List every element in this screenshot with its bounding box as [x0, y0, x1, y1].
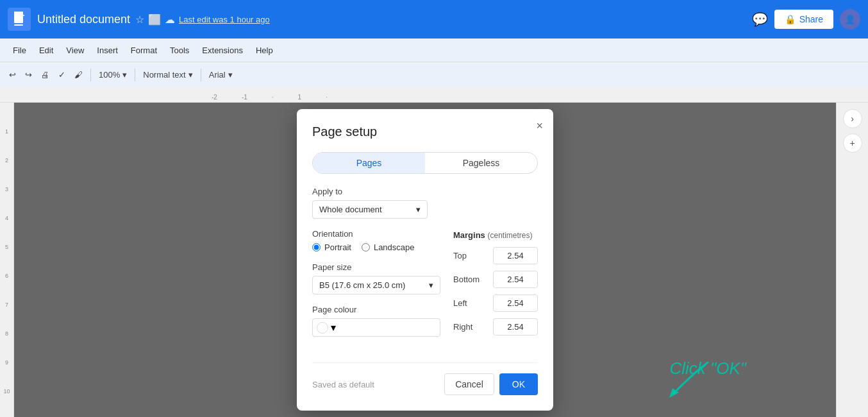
menu-view[interactable]: View: [61, 43, 89, 58]
annotation: Click "OK": [669, 359, 746, 379]
font-chevron: ▾: [228, 70, 233, 80]
margin-bottom-label: Bottom: [453, 275, 485, 284]
right-column: Margins (centimetres) Top Bottom: [453, 229, 538, 347]
top-right-actions: 💬 🔒 Share 👤: [752, 9, 860, 30]
ok-button[interactable]: OK: [499, 373, 538, 395]
font-dropdown[interactable]: Arial ▾: [205, 69, 237, 81]
orientation-label: Orientation: [312, 229, 440, 239]
page-setup-dialog: Page setup × Pages Pageless Apply to Who…: [297, 109, 553, 411]
redo-button[interactable]: ↪: [21, 67, 36, 82]
margin-top-input[interactable]: [493, 247, 538, 264]
toolbar: ↩ ↪ 🖨 ✓ 🖌 100% ▾ Normal text ▾ Arial ▾: [0, 62, 868, 87]
doc-icon: [8, 8, 31, 31]
style-chevron: ▾: [188, 70, 193, 80]
tab-pages[interactable]: Pages: [313, 153, 425, 173]
apply-to-value: Whole document: [319, 205, 382, 214]
right-sidebar: › +: [836, 103, 868, 417]
colour-swatch: [317, 322, 328, 334]
margins-title-text: Margins: [453, 230, 485, 240]
orientation-row: Portrait Landscape: [312, 243, 440, 252]
last-edit: Last edit was 1 hour ago: [179, 15, 270, 24]
margin-left-row: Left: [453, 294, 538, 312]
sidebar-add-button[interactable]: +: [843, 133, 862, 153]
landscape-option[interactable]: Landscape: [362, 243, 415, 252]
style-dropdown[interactable]: Normal text ▾: [139, 69, 196, 81]
zoom-chevron: ▾: [122, 70, 127, 80]
main-area: 1 2 3 4 5 6 7 8 9 10 Type Page setup × P…: [0, 103, 868, 417]
landscape-radio[interactable]: [362, 243, 370, 251]
cloud-icon[interactable]: ☁: [165, 13, 175, 26]
share-label: Share: [799, 14, 823, 24]
menu-extensions[interactable]: Extensions: [197, 43, 248, 58]
margin-right-row: Right: [453, 318, 538, 336]
paper-size-section: Paper size B5 (17.6 cm x 25.0 cm) ▾: [312, 262, 440, 294]
dialog-columns: Orientation Portrait Landscape: [312, 229, 538, 347]
svg-rect-1: [14, 24, 23, 26]
margins-section: Margins (centimetres) Top Bottom: [453, 229, 538, 336]
margin-left-label: Left: [453, 298, 485, 308]
zoom-dropdown[interactable]: 100% ▾: [95, 69, 131, 81]
paper-size-chevron: ▾: [429, 280, 433, 290]
portrait-option[interactable]: Portrait: [312, 243, 351, 252]
apply-to-dropdown[interactable]: Whole document ▾: [312, 200, 428, 219]
avatar[interactable]: 👤: [840, 9, 860, 30]
sep2: [135, 69, 135, 81]
spellcheck-button[interactable]: ✓: [54, 67, 69, 82]
paper-size-value: B5 (17.6 cm x 25.0 cm): [319, 280, 405, 290]
share-button[interactable]: 🔒 Share: [774, 10, 833, 29]
margin-right-input[interactable]: [493, 318, 538, 336]
margins-title: Margins (centimetres): [453, 230, 532, 240]
doc-area: Type Page setup × Pages Pageless Apply t…: [14, 103, 836, 417]
page-colour-section: Page colour ▾: [312, 305, 440, 337]
paper-size-dropdown[interactable]: B5 (17.6 cm x 25.0 cm) ▾: [312, 276, 440, 294]
print-button[interactable]: 🖨: [37, 67, 53, 82]
style-value: Normal text: [143, 70, 185, 80]
footer-buttons: Cancel OK: [444, 373, 538, 395]
sep1: [90, 69, 91, 81]
dialog-tabs: Pages Pageless: [312, 152, 538, 174]
comment-icon[interactable]: 💬: [752, 12, 768, 27]
menu-tools[interactable]: Tools: [165, 43, 194, 58]
tab-pageless[interactable]: Pageless: [425, 153, 537, 173]
page-colour-label: Page colour: [312, 305, 440, 314]
apply-to-section: Apply to Whole document ▾: [312, 187, 538, 219]
margin-left-input[interactable]: [493, 294, 538, 312]
star-icon[interactable]: ☆: [135, 13, 144, 26]
portrait-radio[interactable]: [312, 243, 321, 251]
dialog-close-button[interactable]: ×: [536, 119, 543, 133]
dialog-title: Page setup: [312, 124, 538, 139]
title-icons: ☆ ⬜ ☁ Last edit was 1 hour ago: [135, 13, 280, 26]
saved-as-default: Saved as default: [312, 380, 374, 389]
menu-help[interactable]: Help: [251, 43, 278, 58]
cancel-button[interactable]: Cancel: [444, 373, 494, 395]
svg-rect-0: [14, 12, 23, 23]
font-value: Arial: [209, 70, 226, 80]
undo-button[interactable]: ↩: [5, 67, 20, 82]
ruler: -2 -1 · 1 ·: [0, 87, 868, 103]
doc-title: Untitled document: [37, 13, 130, 26]
annotation-text: Click "OK": [669, 359, 746, 379]
zoom-value: 100%: [99, 70, 120, 80]
left-column: Orientation Portrait Landscape: [312, 229, 440, 347]
top-bar: Untitled document ☆ ⬜ ☁ Last edit was 1 …: [0, 0, 868, 38]
menu-insert[interactable]: Insert: [92, 43, 123, 58]
margin-right-label: Right: [453, 322, 485, 332]
margin-bottom-input[interactable]: [493, 271, 538, 288]
landscape-label: Landscape: [374, 243, 415, 252]
menu-edit[interactable]: Edit: [34, 43, 58, 58]
menu-format[interactable]: Format: [126, 43, 162, 58]
sidebar-expand-button[interactable]: ›: [843, 109, 862, 128]
apply-to-chevron: ▾: [416, 205, 421, 214]
paper-size-label: Paper size: [312, 262, 440, 272]
margin-bottom-row: Bottom: [453, 271, 538, 288]
margin-top-row: Top: [453, 247, 538, 264]
colour-picker-button[interactable]: ▾: [312, 318, 440, 337]
paintformat-button[interactable]: 🖌: [71, 67, 87, 82]
annotation-arrow: [656, 359, 721, 398]
folder-icon[interactable]: ⬜: [148, 13, 161, 26]
portrait-label: Portrait: [324, 243, 351, 252]
sep3: [201, 69, 201, 81]
left-ruler: 1 2 3 4 5 6 7 8 9 10: [0, 103, 14, 417]
menu-file[interactable]: File: [8, 43, 31, 58]
dialog-overlay: Page setup × Pages Pageless Apply to Who…: [14, 103, 836, 417]
